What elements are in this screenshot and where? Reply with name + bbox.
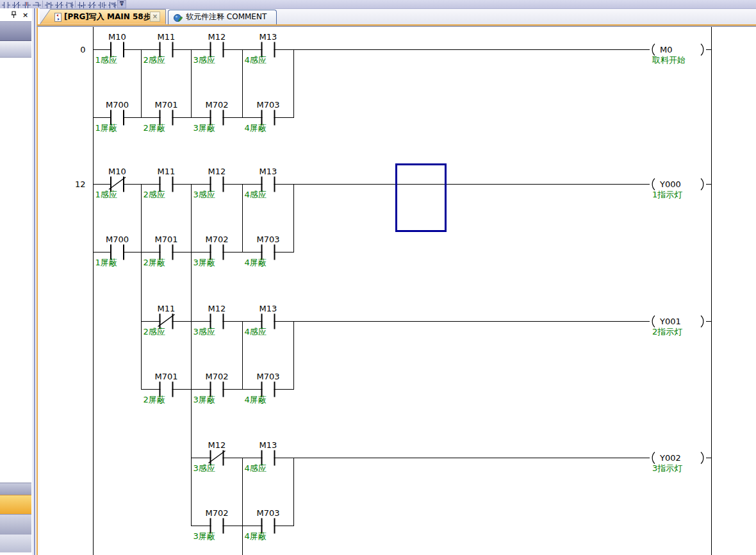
- device-label: M11: [158, 167, 176, 176]
- comment-label: 2屏蔽: [144, 395, 165, 404]
- rung-number: 12: [75, 179, 86, 189]
- device-label: M701: [154, 235, 177, 244]
- comment-label: 4屏蔽: [245, 395, 267, 404]
- comment-label: 4感应: [245, 55, 267, 65]
- ladder-lines: [94, 27, 712, 555]
- device-label: M11: [158, 304, 176, 313]
- comment-label: 2感应: [144, 55, 165, 65]
- comment-label: 3屏蔽: [193, 123, 215, 133]
- comment-label: 1感应: [95, 55, 117, 65]
- comment-label: 3屏蔽: [193, 531, 215, 541]
- gx-works2-window: ▼ ×: [0, 0, 756, 555]
- device-label: M701: [154, 100, 177, 110]
- comment-label: 2感应: [144, 190, 165, 199]
- comment-label: 1屏蔽: [95, 123, 117, 133]
- comment-label: 4感应: [245, 327, 267, 336]
- coil-comment-label: 1指示灯: [652, 190, 682, 199]
- comment-label: 2感应: [144, 327, 165, 336]
- coil-device-label: Y000: [659, 179, 681, 189]
- comment-label: 3感应: [193, 463, 215, 473]
- device-label: M702: [205, 235, 228, 244]
- device-label: M12: [208, 304, 226, 313]
- comment-label: 4屏蔽: [245, 123, 267, 133]
- device-label: M12: [208, 167, 226, 176]
- device-label: M700: [106, 100, 129, 110]
- device-label: M10: [108, 167, 126, 176]
- device-label: M12: [208, 32, 226, 42]
- device-label: M703: [256, 508, 279, 518]
- device-label: M702: [205, 100, 228, 110]
- device-label: M703: [256, 372, 279, 381]
- device-label: M703: [256, 100, 279, 110]
- coil-comment-label: 3指示灯: [652, 463, 682, 473]
- ladder-editor-canvas[interactable]: 0 12 M10 M11 M12 M13 1感应 2感应 3感应 4感应 M70…: [0, 0, 756, 555]
- device-label: M703: [256, 235, 279, 244]
- comment-label: 4感应: [245, 463, 267, 473]
- device-label: M700: [106, 235, 129, 244]
- selection-cursor[interactable]: [396, 165, 445, 231]
- comment-label: 1屏蔽: [95, 258, 117, 267]
- device-label: M701: [154, 372, 177, 381]
- comment-label: 3感应: [193, 190, 215, 199]
- comment-label: 3屏蔽: [193, 258, 215, 267]
- comment-label: 2屏蔽: [144, 123, 165, 133]
- comment-label: 2屏蔽: [144, 258, 165, 267]
- coil-device-label: Y002: [659, 453, 681, 463]
- rung-number: 0: [80, 45, 85, 54]
- comment-label: 3感应: [193, 327, 215, 336]
- device-label: M13: [259, 32, 277, 42]
- device-label: M702: [205, 508, 228, 518]
- comment-label: 4屏蔽: [245, 531, 267, 541]
- device-label: M10: [108, 32, 126, 42]
- comment-label: 3屏蔽: [193, 395, 215, 404]
- coil-device-label: M0: [660, 45, 673, 54]
- device-label: M13: [259, 440, 277, 450]
- device-label: M13: [259, 167, 277, 176]
- device-label: M13: [259, 304, 277, 313]
- comment-label: 4感应: [245, 190, 267, 199]
- device-label: M702: [205, 372, 228, 381]
- comment-label: 4屏蔽: [245, 258, 267, 267]
- comment-label: 1感应: [95, 190, 117, 199]
- comment-label: 3感应: [193, 55, 215, 65]
- device-label: M12: [208, 440, 226, 450]
- coil-comment-label: 2指示灯: [652, 327, 682, 336]
- coil-device-label: Y001: [659, 317, 681, 326]
- device-label: M11: [158, 32, 176, 42]
- coil-comment-label: 取料开始: [652, 55, 686, 65]
